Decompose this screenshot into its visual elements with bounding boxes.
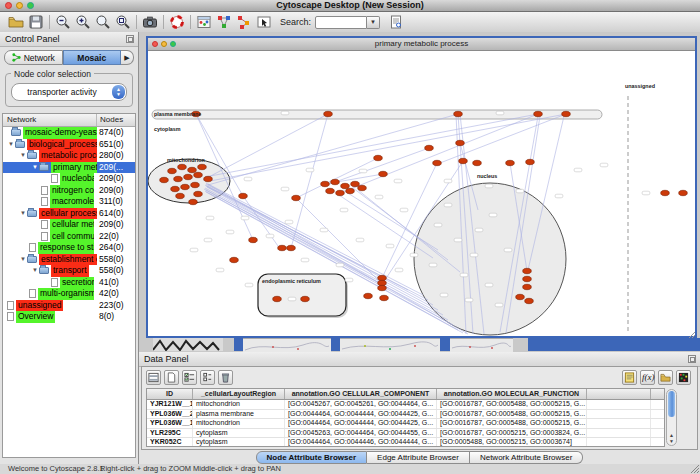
graph-node[interactable] — [459, 158, 468, 163]
attribute-list-icon[interactable] — [622, 370, 637, 385]
graph-node[interactable] — [523, 268, 532, 273]
tree-row[interactable]: ▼biological_process651(0) — [3, 139, 135, 151]
node-color-dropdown[interactable]: transporter activity ▲▼ — [11, 83, 127, 101]
background-window-fragment[interactable] — [440, 338, 450, 351]
graph-node[interactable] — [191, 182, 200, 187]
table-cell[interactable]: [GO:0016787, GO:0005488, GO:0005215, G..… — [437, 400, 587, 409]
table-cell[interactable]: [GO:0045263, GO:0044464, GO:0044455, G..… — [285, 429, 437, 438]
graph-node[interactable] — [341, 183, 350, 188]
background-window-fragment[interactable] — [153, 338, 223, 351]
save-icon[interactable] — [28, 14, 44, 30]
tree-row[interactable]: nitrogen compo209(0) — [3, 185, 135, 197]
network-nodes-icon-a[interactable] — [216, 14, 232, 30]
unselect-attributes-icon[interactable] — [200, 370, 215, 385]
graph-node[interactable] — [378, 275, 387, 280]
delete-attribute-icon[interactable] — [218, 370, 233, 385]
graph-node[interactable] — [679, 190, 688, 195]
app-resize-grip[interactable] — [690, 464, 699, 473]
graph-node[interactable] — [331, 179, 340, 184]
background-window-fragment[interactable] — [450, 338, 513, 352]
graph-node[interactable] — [523, 284, 532, 289]
window-resize-grip[interactable] — [685, 326, 695, 336]
tree-row[interactable]: Overview8(0) — [3, 311, 135, 323]
background-window-fragment[interactable] — [340, 338, 440, 352]
graph-node[interactable] — [661, 190, 670, 195]
graph-node[interactable] — [523, 276, 532, 281]
tree-row[interactable]: cellular metabol209(0) — [3, 219, 135, 231]
search-input[interactable] — [315, 16, 367, 29]
network-view-window[interactable]: primary metabolic process plasma membran… — [146, 36, 697, 338]
tab-node-attribute-browser[interactable]: Node Attribute Browser — [256, 451, 368, 464]
table-cell[interactable] — [587, 419, 651, 428]
table-cell[interactable]: [GO:0005488, GO:0005215, GO:0003674] — [437, 438, 587, 447]
table-row[interactable]: YPL036W__2plasma membrane[GO:0044464, GO… — [147, 410, 664, 420]
table-scrollbar[interactable]: ▲▼ — [666, 389, 677, 446]
graph-node[interactable] — [526, 159, 535, 164]
tree-row[interactable]: unassigned223(0) — [3, 300, 135, 312]
function-builder-icon[interactable]: f(x) — [640, 370, 655, 385]
table-cell[interactable]: [GO:0016787, GO:0005488, GO:0005215, G..… — [437, 410, 587, 419]
expand-arrow-icon[interactable]: ▼ — [19, 254, 27, 266]
graph-node[interactable] — [168, 168, 177, 173]
float-panel-icon[interactable] — [126, 35, 134, 43]
help-ring-icon[interactable] — [169, 14, 185, 30]
new-attribute-icon[interactable] — [164, 370, 179, 385]
table-cell[interactable]: YPL036W__1 — [147, 419, 193, 428]
graph-node[interactable] — [278, 245, 287, 250]
tree-col-nodes[interactable]: Nodes — [100, 115, 123, 124]
graph-node[interactable] — [534, 111, 543, 116]
tree-row[interactable]: ▼metabolic process280(0) — [3, 150, 135, 162]
scrollbar-arrows[interactable]: ▲▼ — [667, 432, 676, 444]
table-row[interactable]: YKR052Ccytoplasm[GO:0044464, GO:0044446,… — [147, 438, 664, 447]
graph-node[interactable] — [378, 285, 387, 290]
graph-node[interactable] — [433, 160, 442, 165]
table-cell[interactable]: mitochondrion — [193, 419, 285, 428]
table-cell[interactable]: YLR295C — [147, 429, 193, 438]
zoom-selected-icon[interactable] — [95, 14, 111, 30]
select-mode-icon[interactable] — [256, 14, 272, 30]
tree-row[interactable]: ▼establishment of lo558(0) — [3, 254, 135, 266]
table-column-header[interactable]: annotation.GO MOLECULAR_FUNCTION — [437, 389, 587, 399]
graph-node[interactable] — [176, 193, 185, 198]
background-window-fragment[interactable] — [331, 338, 340, 351]
tab-network-attribute-browser[interactable]: Network Attribute Browser — [470, 451, 583, 464]
background-window-fragment[interactable] — [243, 338, 331, 352]
graph-node[interactable] — [301, 296, 310, 301]
expand-arrow-icon[interactable]: ▼ — [31, 162, 39, 174]
table-cell[interactable]: plasma membrane — [193, 410, 285, 419]
graph-node[interactable] — [473, 160, 482, 165]
table-cell[interactable]: [GO:0044464, GO:0044446, GO:0044444, G..… — [285, 438, 437, 447]
table-cell[interactable] — [587, 400, 651, 409]
search-dropdown-button[interactable]: ▼ — [367, 16, 380, 29]
graph-node[interactable] — [230, 257, 239, 262]
tree-col-network[interactable]: Network — [7, 115, 36, 124]
graph-node[interactable] — [516, 294, 525, 299]
graph-node[interactable] — [374, 155, 383, 160]
graph-node[interactable] — [346, 188, 355, 193]
graph-node[interactable] — [181, 184, 190, 189]
table-column-header[interactable]: _cellularLayoutRegion — [193, 389, 285, 399]
table-cell[interactable]: [GO:0016787, GO:0005488, GO:0005215, G..… — [437, 419, 587, 428]
graph-node[interactable] — [198, 164, 207, 169]
expand-arrow-icon[interactable]: ▼ — [19, 208, 27, 220]
graph-node[interactable] — [178, 164, 187, 169]
table-cell[interactable] — [587, 410, 651, 419]
network-nodes-icon-b[interactable] — [236, 14, 252, 30]
tree-row[interactable]: ▼cellular process614(0) — [3, 208, 135, 220]
table-column-header[interactable]: ID — [147, 389, 193, 399]
graph-node[interactable] — [194, 191, 203, 196]
tab-edge-attribute-browser[interactable]: Edge Attribute Browser — [367, 451, 470, 464]
vizmapper-window-icon[interactable] — [196, 14, 212, 30]
graph-node[interactable] — [273, 296, 282, 301]
attribute-table-icon[interactable] — [146, 370, 161, 385]
open-file-icon[interactable] — [8, 14, 24, 30]
graph-node[interactable] — [292, 195, 301, 200]
table-cell[interactable]: [GO:0045267, GO:0045261, GO:0044464, G..… — [285, 400, 437, 409]
graph-node[interactable] — [249, 237, 258, 242]
zoom-in-icon[interactable] — [75, 14, 91, 30]
table-cell[interactable]: YJR121W__1 — [147, 400, 193, 409]
table-cell[interactable]: YKR052C — [147, 438, 193, 447]
graph-node[interactable] — [188, 167, 197, 172]
float-panel-icon[interactable] — [688, 355, 696, 363]
graph-node[interactable] — [324, 111, 333, 116]
